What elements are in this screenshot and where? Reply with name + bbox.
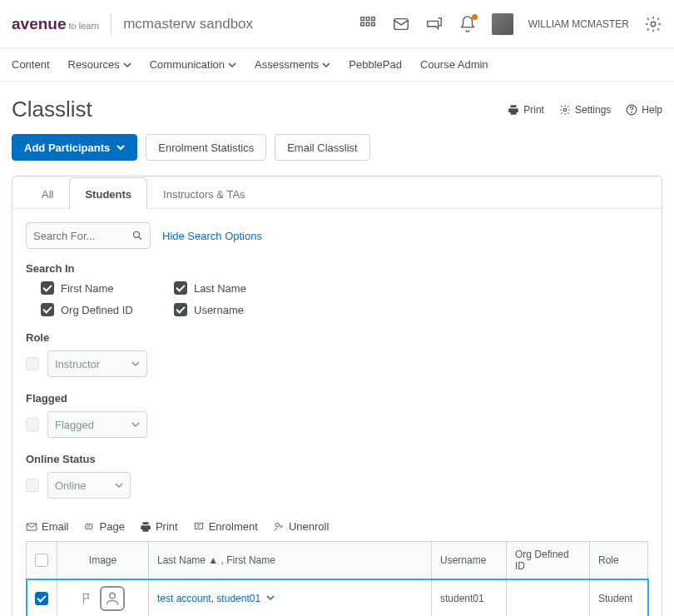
svg-rect-0: [360, 17, 364, 20]
email-classlist-button[interactable]: Email Classlist: [275, 134, 370, 161]
search-in-label: Search In: [26, 262, 648, 275]
chat-icon[interactable]: [425, 15, 444, 33]
flagged-label: Flagged: [26, 392, 648, 405]
hide-search-options-link[interactable]: Hide Search Options: [162, 230, 262, 242]
flagged-select[interactable]: Flagged: [47, 411, 147, 438]
action-email[interactable]: Email: [26, 520, 69, 533]
svg-point-7: [651, 22, 656, 27]
table-row[interactable]: test account, student01 student01 Studen…: [27, 579, 648, 617]
role-checkbox[interactable]: [26, 357, 39, 370]
checkbox-org-id[interactable]: Org Defined ID: [41, 303, 174, 316]
online-checkbox[interactable]: [26, 479, 39, 492]
search-input[interactable]: [33, 230, 131, 242]
enrolment-stats-button[interactable]: Enrolment Statistics: [146, 134, 266, 161]
select-all-checkbox[interactable]: [35, 554, 48, 567]
search-input-wrap[interactable]: [26, 222, 151, 249]
svg-rect-2: [371, 17, 374, 20]
action-print[interactable]: Print: [140, 520, 178, 533]
row-checkbox[interactable]: [35, 592, 48, 605]
username-label[interactable]: WILLIAM MCMASTER: [528, 18, 629, 30]
svg-point-11: [133, 231, 139, 237]
tab-students[interactable]: Students: [69, 177, 147, 209]
row-username: student01: [432, 579, 507, 617]
col-username[interactable]: Username: [432, 542, 507, 579]
action-unenroll[interactable]: Unenroll: [273, 520, 329, 533]
svg-point-15: [109, 593, 115, 599]
notification-dot: [472, 14, 478, 20]
svg-rect-12: [85, 524, 92, 529]
site-logo[interactable]: avenueto learn: [12, 15, 99, 33]
help-button[interactable]: Help: [626, 104, 662, 116]
course-title: mcmasterw sandbox: [123, 16, 253, 32]
nav-communication[interactable]: Communication: [150, 58, 236, 71]
svg-rect-1: [366, 17, 369, 20]
nav-resources[interactable]: Resources: [68, 58, 131, 71]
row-role: Student: [590, 579, 648, 617]
online-label: Online Status: [26, 453, 648, 465]
tab-instructors[interactable]: Instructors & TAs: [147, 177, 261, 209]
svg-point-10: [632, 112, 632, 112]
print-button[interactable]: Print: [508, 104, 544, 116]
checkbox-last-name[interactable]: Last Name: [174, 281, 307, 295]
svg-rect-4: [366, 22, 369, 26]
checkbox-username[interactable]: Username: [174, 303, 307, 316]
row-name-link[interactable]: test account, student01: [157, 593, 275, 604]
col-name[interactable]: Last Name ▲ , First Name: [149, 542, 432, 579]
svg-rect-5: [371, 22, 374, 26]
bell-icon[interactable]: [458, 15, 477, 33]
add-participants-button[interactable]: Add Participants: [12, 134, 137, 161]
tab-all[interactable]: All: [26, 177, 69, 209]
col-image[interactable]: Image: [57, 542, 149, 579]
user-icon: [100, 586, 125, 611]
svg-rect-13: [195, 523, 202, 529]
gear-icon[interactable]: [644, 15, 662, 33]
online-select[interactable]: Online: [47, 472, 131, 499]
settings-button[interactable]: Settings: [559, 104, 611, 116]
svg-rect-3: [360, 22, 364, 26]
nav-courseadmin[interactable]: Course Admin: [420, 58, 488, 71]
role-select[interactable]: Instructor: [47, 350, 147, 377]
action-enrolment[interactable]: Enrolment: [193, 520, 258, 533]
apps-icon[interactable]: [359, 15, 377, 33]
nav-content[interactable]: Content: [12, 58, 50, 71]
search-icon: [131, 229, 143, 242]
checkbox-first-name[interactable]: First Name: [41, 281, 174, 295]
action-page[interactable]: Page: [84, 520, 125, 533]
nav-assessments[interactable]: Assessments: [255, 58, 330, 71]
page-title: Classlist: [12, 97, 92, 122]
row-org: [507, 579, 590, 617]
flagged-checkbox[interactable]: [26, 418, 39, 431]
svg-rect-6: [394, 18, 408, 29]
col-org[interactable]: Org Defined ID: [507, 542, 590, 579]
mail-icon[interactable]: [392, 15, 410, 33]
nav-pebblepad[interactable]: PebblePad: [349, 58, 402, 71]
svg-point-14: [275, 523, 280, 527]
svg-point-8: [563, 108, 567, 112]
classlist-table: Image Last Name ▲ , First Name Username …: [26, 541, 648, 616]
avatar[interactable]: [492, 13, 513, 35]
role-label: Role: [26, 331, 648, 344]
flag-icon[interactable]: [82, 593, 92, 604]
col-role[interactable]: Role: [590, 542, 648, 579]
